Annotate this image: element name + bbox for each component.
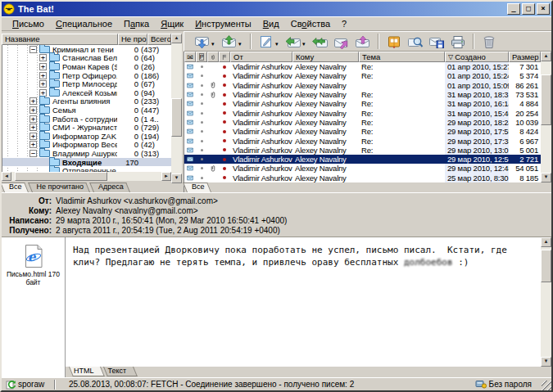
menu-item[interactable]: Специальное [50,18,118,29]
folder-tree-item[interactable]: + Роман Карев (S... 0 (26) [2,62,171,71]
save-message-button[interactable] [426,33,447,50]
message-row[interactable]: Vladimir Ashurkov Alexey Navalny Re: 31 … [184,90,541,99]
menu-item[interactable]: Инструменты [189,18,257,29]
expand-icon[interactable]: + [39,80,47,88]
folder-tree-item[interactable]: + СМИ - Журналисты 0 (729) [2,123,171,132]
html-attachment-icon[interactable]: e [23,244,44,268]
redirect-button[interactable] [352,33,374,50]
column-header-to[interactable]: Кому [292,52,359,62]
menu-item[interactable]: Вид [257,18,285,29]
attachment-name[interactable]: Письмо.html 170 байт [2,271,65,286]
menu-item[interactable]: ? [336,18,352,29]
message-row[interactable]: Vladimir Ashurkov Alexey Navalny 25 мар … [184,173,541,182]
expand-icon[interactable]: + [29,133,37,140]
send-dropdown-arrow[interactable]: ▾ [238,41,244,47]
menu-item[interactable]: Письмо [7,18,50,29]
resize-grip[interactable] [542,381,551,390]
print-button[interactable] [447,33,469,50]
scroll-right-arrow[interactable]: ► [161,172,171,181]
folder-tree-item[interactable]: + Информатор ZAK (... 0 (194) [2,132,171,141]
folder-tree-item[interactable]: − Криминал и тени 0 (437) [2,45,171,54]
message-row[interactable]: Vladimir Ashurkov Alexey Navalny Re: 01 … [184,71,541,80]
message-row[interactable]: Vladimir Ashurkov Alexey Navalny 29 мар … [184,155,541,164]
fetch-dropdown-arrow[interactable]: ▾ [211,41,217,47]
scroll-up-arrow[interactable]: ▲ [541,52,551,61]
scroll-up-arrow[interactable]: ▲ [541,237,551,247]
message-row[interactable]: Vladimir Ashurkov Alexey Navalny 01 апр … [184,81,541,90]
column-header-flag[interactable] [219,52,230,62]
folder-tree-item[interactable]: − Владимир Ашурко... 0 (313) [2,149,171,158]
tab-html[interactable]: HTML [69,367,103,376]
menu-item[interactable]: Ящик [155,18,189,29]
column-header-size[interactable]: Размер [509,52,541,62]
expand-icon[interactable]: + [29,97,37,105]
reply-all-button[interactable] [310,33,331,50]
expand-icon[interactable]: − [29,150,37,157]
expand-icon[interactable]: + [29,106,37,114]
expand-icon[interactable]: + [39,54,47,61]
column-header-created[interactable]: ▽Создано [445,52,509,62]
message-row[interactable]: Vladimir Ashurkov Alexey Navalny Re: 01 … [184,62,541,71]
message-row[interactable]: Vladimir Ashurkov Alexey Navalny Re: 29 … [184,118,541,127]
expand-icon[interactable]: − [29,46,37,53]
scroll-thumb[interactable] [541,250,551,282]
folder-tree-item[interactable]: + Информатор Весе... 0 (42) [2,141,171,150]
tab-text[interactable]: Текст [103,367,136,376]
tab-addresses[interactable]: Адреса [93,182,133,192]
reply-button[interactable] [283,33,304,50]
folder-tree-item[interactable]: + Семья 0 (447) [2,106,171,115]
expand-icon[interactable]: + [39,63,47,70]
fetch-mail-button[interactable] [192,33,213,50]
message-row[interactable]: Vladimir Ashurkov Alexey Navalny Re: 29 … [184,146,541,155]
scroll-thumb[interactable] [15,172,107,181]
send-mail-button[interactable] [219,33,240,50]
column-header-priority[interactable]: P [196,52,207,62]
compose-button[interactable] [256,33,277,50]
expand-icon[interactable]: + [29,141,37,148]
scroll-down-arrow[interactable]: ▼ [541,357,551,367]
folder-tree-item[interactable]: + Петр Милосердов 0 (67) [2,79,171,88]
expand-icon[interactable]: + [29,115,37,123]
scroll-up-arrow[interactable]: ▲ [171,34,182,43]
message-row[interactable]: Vladimir Ashurkov Alexey Navalny Re: 31 … [184,99,541,108]
scroll-thumb[interactable] [171,98,182,137]
column-header-name[interactable]: Название [2,34,118,45]
folder-tree-item[interactable]: + Алексей Козьмин 0 (94) [2,88,171,97]
forward-button[interactable] [331,33,352,50]
message-row[interactable]: Vladimir Ashurkov Alexey Navalny Re: 29 … [184,127,541,136]
folder-tree-item[interactable]: + Агенты влияния 0 (233) [2,97,171,106]
scroll-down-arrow[interactable]: ▼ [541,173,551,182]
message-row[interactable]: Vladimir Ashurkov Alexey Navalny 29 мар … [184,164,541,173]
tab-all-folders[interactable]: Все [4,182,31,192]
column-header-from[interactable]: От [230,52,292,62]
maximize-button[interactable]: □ [522,3,535,15]
folder-tree-item[interactable]: Отправленные [2,166,171,172]
menu-item[interactable]: Свойства [285,18,336,29]
expand-icon[interactable]: + [39,72,47,79]
column-header-subject[interactable]: Тема [359,52,445,62]
column-header-envelope[interactable]: ✉ [184,52,196,62]
scroll-thumb[interactable] [541,74,551,124]
tab-unread[interactable]: Не прочитано [32,182,93,192]
folder-tree-item[interactable]: Входящие 170 [2,158,171,167]
column-header-total[interactable]: Всего [147,34,171,45]
scroll-down-arrow[interactable]: ▼ [171,173,182,183]
message-row[interactable]: Vladimir Ashurkov Alexey Navalny Re: 31 … [184,108,541,117]
address-book-button[interactable] [383,33,405,50]
search-button[interactable] [405,33,426,50]
reply-dropdown-arrow[interactable]: ▾ [302,41,308,47]
scroll-left-arrow[interactable]: ◄ [2,172,11,181]
expand-icon[interactable]: + [29,124,37,131]
close-button[interactable]: × [537,3,550,15]
tab-all-messages[interactable]: Все [187,182,214,192]
column-header-attachment[interactable] [207,52,219,62]
message-row[interactable]: Vladimir Ashurkov Alexey Navalny Re: 29 … [184,136,541,145]
delete-button[interactable] [478,33,500,50]
compose-dropdown-arrow[interactable]: ▾ [275,41,281,47]
minimize-button[interactable]: _ [507,3,520,15]
folder-tree-item[interactable]: + Работа - сотрудники 0 (1 4.. [2,115,171,124]
folder-tree-item[interactable]: + Петр Офицеро... 0 (186) [2,71,171,80]
menu-item[interactable]: Папка [118,18,155,29]
folder-tree-item[interactable]: + Станислав Бел... 0 (64) [2,54,171,63]
column-header-unread[interactable]: Не про... [118,34,147,45]
